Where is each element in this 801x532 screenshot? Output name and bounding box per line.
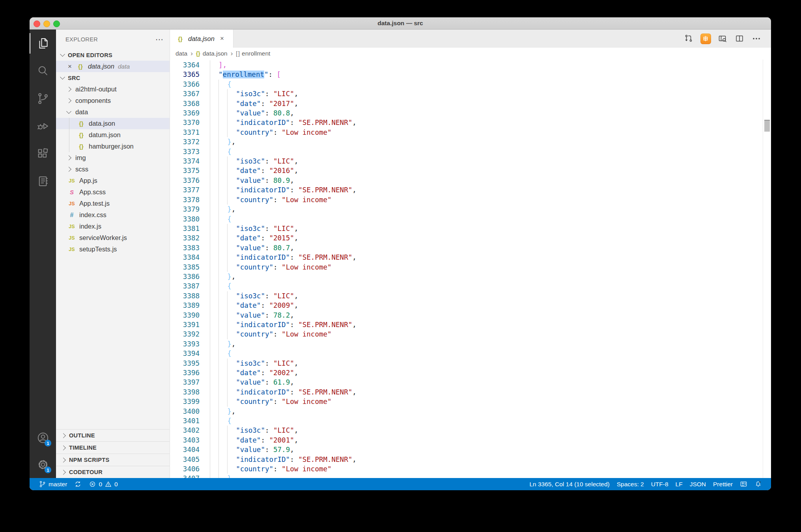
more-actions-icon[interactable]: [751, 33, 762, 45]
bell-button[interactable]: [751, 480, 766, 488]
code-line-3386[interactable]: 3386 },: [170, 272, 763, 281]
code-line-3383[interactable]: 3383 "value": 80.7,: [170, 243, 763, 253]
code-line-3393[interactable]: 3393 },: [170, 339, 763, 349]
code-line-3379[interactable]: 3379 },: [170, 205, 763, 214]
activity-notebook-icon[interactable]: [30, 167, 56, 195]
file-setupTests.js[interactable]: JSsetupTests.js: [56, 244, 170, 255]
code-line-3374[interactable]: 3374 "iso3c": "LIC",: [170, 156, 763, 166]
file-index.js[interactable]: JSindex.js: [56, 221, 170, 232]
code-line-3373[interactable]: 3373 {: [170, 147, 763, 156]
activity-settings-icon[interactable]: 1: [30, 451, 56, 478]
folder-img[interactable]: img: [56, 152, 170, 164]
code-line-3395[interactable]: 3395 "iso3c": "LIC",: [170, 359, 763, 368]
status-ln-3365-col-14-10-selected-[interactable]: Ln 3365, Col 14 (10 selected): [526, 481, 613, 488]
file-App.scss[interactable]: SApp.scss: [56, 186, 170, 198]
code-line-3364[interactable]: 3364 ],: [170, 60, 763, 70]
activity-explorer-icon[interactable]: [30, 30, 56, 57]
code-line-3394[interactable]: 3394 {: [170, 349, 763, 358]
code-line-3396[interactable]: 3396 "date": "2002",: [170, 368, 763, 378]
code-line-3406[interactable]: 3406 "country": "Low income": [170, 464, 763, 474]
breadcrumb-item-data[interactable]: data: [176, 50, 187, 57]
breadcrumb-item-data-json[interactable]: {}data.json: [196, 50, 228, 57]
tab-close-icon[interactable]: ×: [220, 35, 224, 43]
panel-timeline[interactable]: TIMELINE: [56, 441, 170, 454]
activity-run-debug-icon[interactable]: [30, 112, 56, 140]
zoom-window-button[interactable]: [53, 20, 60, 27]
file-data.json[interactable]: {}data.json: [56, 118, 170, 129]
code-line-3390[interactable]: 3390 "value": 78.2,: [170, 311, 763, 320]
src-section-header[interactable]: SRC: [56, 72, 170, 84]
feedback-button[interactable]: [736, 480, 751, 488]
panel-npm-scripts[interactable]: NPM SCRIPTS: [56, 454, 170, 466]
folder-scss[interactable]: scss: [56, 164, 170, 175]
file-serviceWorker.js[interactable]: JSserviceWorker.js: [56, 232, 170, 244]
status-spaces-2[interactable]: Spaces: 2: [613, 481, 648, 488]
status-json[interactable]: JSON: [686, 481, 710, 488]
file-index.css[interactable]: #index.css: [56, 209, 170, 221]
code-line-3403[interactable]: 3403 "date": "2001",: [170, 435, 763, 445]
compare-changes-icon[interactable]: [683, 33, 695, 45]
activity-extensions-icon[interactable]: [30, 140, 56, 167]
code-line-3380[interactable]: 3380 {: [170, 214, 763, 224]
code-line-3378[interactable]: 3378 "country": "Low income": [170, 195, 763, 205]
code-line-3405[interactable]: 3405 "indicatorID": "SE.PRM.NENR",: [170, 455, 763, 464]
code-line-3392[interactable]: 3392 "country": "Low income": [170, 329, 763, 339]
status-utf-8[interactable]: UTF-8: [648, 481, 672, 488]
scrollbar-track[interactable]: [763, 60, 771, 478]
code-line-3397[interactable]: 3397 "value": 61.9,: [170, 378, 763, 387]
split-editor-icon[interactable]: [734, 33, 745, 45]
file-App.js[interactable]: JSApp.js: [56, 175, 170, 186]
folder-components[interactable]: components: [56, 95, 170, 106]
activity-search-icon[interactable]: [30, 57, 56, 85]
code-line-3376[interactable]: 3376 "value": 80.9,: [170, 176, 763, 185]
cjk-extension-icon[interactable]: [700, 33, 711, 45]
file-hamburger.json[interactable]: {}hamburger.json: [56, 141, 170, 152]
panel-outline[interactable]: OUTLINE: [56, 429, 170, 441]
code-line-3401[interactable]: 3401 {: [170, 416, 763, 426]
code-line-3371[interactable]: 3371 "country": "Low income": [170, 128, 763, 137]
code-line-3404[interactable]: 3404 "value": 57.9,: [170, 445, 763, 454]
code-line-3407[interactable]: 3407 },: [170, 474, 763, 478]
scrollbar-thumb[interactable]: [764, 120, 770, 132]
activity-account-icon[interactable]: 1: [30, 424, 56, 451]
close-icon[interactable]: ×: [68, 63, 72, 71]
folder-ai2html-output[interactable]: ai2html-output: [56, 84, 170, 95]
title-bar[interactable]: data.json — src: [30, 17, 771, 30]
open-editors-section-header[interactable]: OPEN EDITORS: [56, 49, 170, 61]
code-line-3369[interactable]: 3369 "value": 80.8,: [170, 108, 763, 118]
code-line-3366[interactable]: 3366 {: [170, 80, 763, 89]
open-preview-icon[interactable]: [717, 33, 728, 45]
minimize-window-button[interactable]: [43, 20, 50, 27]
file-App.test.js[interactable]: JSApp.test.js: [56, 198, 170, 209]
code-line-3400[interactable]: 3400 },: [170, 407, 763, 416]
code-line-3399[interactable]: 3399 "country": "Low income": [170, 397, 763, 406]
code-line-3387[interactable]: 3387 {: [170, 281, 763, 291]
code-line-3375[interactable]: 3375 "date": "2016",: [170, 166, 763, 175]
editor-content[interactable]: 3364 ],3365 "enrollment": [3366 {3367 "i…: [170, 60, 771, 478]
activity-source-control-icon[interactable]: [30, 85, 56, 112]
code-line-3385[interactable]: 3385 "country": "Low income": [170, 262, 763, 272]
file-datum.json[interactable]: {}datum.json: [56, 129, 170, 141]
panel-codetour[interactable]: CODETOUR: [56, 466, 170, 478]
code-line-3365[interactable]: 3365 "enrollment": [: [170, 70, 763, 79]
code-line-3384[interactable]: 3384 "indicatorID": "SE.PRM.NENR",: [170, 253, 763, 262]
status-prettier[interactable]: Prettier: [710, 481, 736, 488]
code-line-3367[interactable]: 3367 "iso3c": "LIC",: [170, 89, 763, 99]
code-line-3381[interactable]: 3381 "iso3c": "LIC",: [170, 224, 763, 233]
git-branch-indicator[interactable]: master: [35, 478, 71, 490]
code-line-3398[interactable]: 3398 "indicatorID": "SE.PRM.NENR",: [170, 387, 763, 397]
code-line-3389[interactable]: 3389 "date": "2009",: [170, 301, 763, 310]
code-line-3368[interactable]: 3368 "date": "2017",: [170, 99, 763, 108]
warnings-indicator[interactable]: 0: [105, 478, 118, 490]
code-line-3377[interactable]: 3377 "indicatorID": "SE.PRM.NENR",: [170, 185, 763, 195]
code-line-3382[interactable]: 3382 "date": "2015",: [170, 233, 763, 243]
breadcrumb-item-enrollment[interactable]: [ ]enrollment: [236, 50, 270, 57]
tab-data-json[interactable]: {} data.json ×: [170, 30, 233, 48]
problems-indicator[interactable]: 00: [85, 478, 121, 490]
code-line-3391[interactable]: 3391 "indicatorID": "SE.PRM.NENR",: [170, 320, 763, 329]
code-line-3402[interactable]: 3402 "iso3c": "LIC",: [170, 426, 763, 435]
folder-data[interactable]: data: [56, 106, 170, 118]
open-editor-item-data.json[interactable]: ×{}data.jsondata: [56, 61, 170, 72]
sidebar-more-icon[interactable]: ⋯: [155, 35, 164, 44]
close-window-button[interactable]: [34, 20, 40, 27]
